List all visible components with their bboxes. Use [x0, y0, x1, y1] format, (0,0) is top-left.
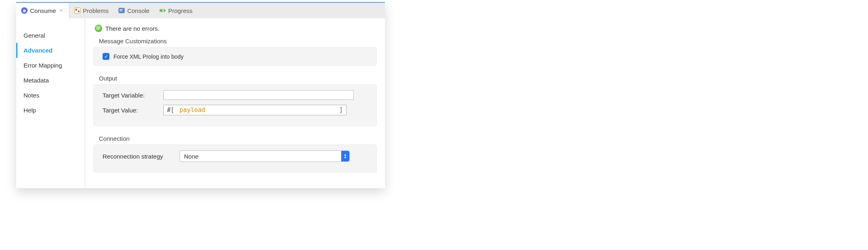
svg-point-2	[77, 11, 79, 12]
target-variable-label: Target Variable:	[103, 92, 163, 99]
section-title-output: Output	[93, 73, 377, 84]
status-row: ✓ There are no errors.	[93, 24, 377, 36]
tab-console[interactable]: Console	[113, 3, 154, 18]
target-value-row: Target Value: #[ payload ]	[103, 105, 368, 115]
target-variable-input[interactable]	[163, 90, 354, 100]
force-xml-label: Force XML Prolog into body	[113, 53, 184, 60]
tab-consume-label: Consume	[30, 7, 56, 14]
content-area: General Advanced Error Mapping Metadata …	[16, 18, 385, 188]
sidebar: General Advanced Error Mapping Metadata …	[16, 18, 85, 188]
section-title-message-customizations: Message Customizations	[93, 36, 377, 47]
progress-icon	[159, 7, 166, 14]
consume-icon: ⊕	[21, 7, 28, 14]
target-value-input[interactable]: #[ payload ]	[163, 105, 346, 115]
svg-rect-4	[120, 9, 123, 10]
svg-rect-0	[75, 8, 80, 13]
sidebar-item-error-mapping[interactable]: Error Mapping	[16, 58, 85, 73]
tabbar: ⊕ Consume × Problems Console Progress	[16, 2, 385, 18]
expr-prefix: #[	[167, 106, 174, 114]
svg-rect-5	[120, 11, 122, 11]
main-pane: ✓ There are no errors. Message Customiza…	[85, 18, 385, 188]
force-xml-checkbox[interactable]: ✓	[103, 53, 109, 60]
tab-consume[interactable]: ⊕ Consume ×	[16, 3, 69, 18]
select-arrows-icon: ▲▼	[341, 151, 349, 161]
target-value-label: Target Value:	[103, 107, 163, 114]
sidebar-item-general[interactable]: General	[16, 28, 85, 43]
sidebar-item-metadata[interactable]: Metadata	[16, 73, 85, 88]
reconnection-select[interactable]: None ▲▼	[180, 150, 350, 162]
expr-payload: payload	[180, 106, 205, 114]
tab-progress-label: Progress	[168, 7, 192, 14]
reconnection-label: Reconnection strategy	[103, 153, 180, 160]
target-variable-row: Target Variable:	[103, 90, 368, 100]
success-icon: ✓	[95, 25, 102, 32]
sidebar-item-notes[interactable]: Notes	[16, 88, 85, 103]
problems-icon	[74, 7, 81, 14]
config-panel: ⊕ Consume × Problems Console Progress Ge…	[16, 2, 385, 188]
svg-marker-8	[164, 9, 166, 12]
reconnection-row: Reconnection strategy None ▲▼	[103, 150, 368, 162]
tab-problems[interactable]: Problems	[69, 3, 113, 18]
sidebar-item-help[interactable]: Help	[16, 103, 85, 118]
tab-console-label: Console	[127, 7, 150, 14]
svg-point-1	[75, 9, 77, 11]
section-connection: Reconnection strategy None ▲▼	[93, 144, 377, 173]
status-text: There are no errors.	[105, 25, 159, 32]
section-message-customizations: ✓ Force XML Prolog into body	[93, 47, 377, 66]
tab-problems-label: Problems	[83, 7, 109, 14]
force-xml-row: ✓ Force XML Prolog into body	[103, 53, 368, 60]
section-title-connection: Connection	[93, 133, 377, 144]
close-icon[interactable]: ×	[58, 7, 64, 14]
section-output: Target Variable: Target Value: #[ payloa…	[93, 84, 377, 126]
console-icon	[118, 7, 125, 14]
sidebar-item-advanced[interactable]: Advanced	[16, 43, 85, 58]
svg-rect-7	[160, 10, 162, 11]
reconnection-value: None	[184, 153, 199, 160]
expr-suffix: ]	[339, 106, 343, 114]
tab-progress[interactable]: Progress	[154, 3, 197, 18]
